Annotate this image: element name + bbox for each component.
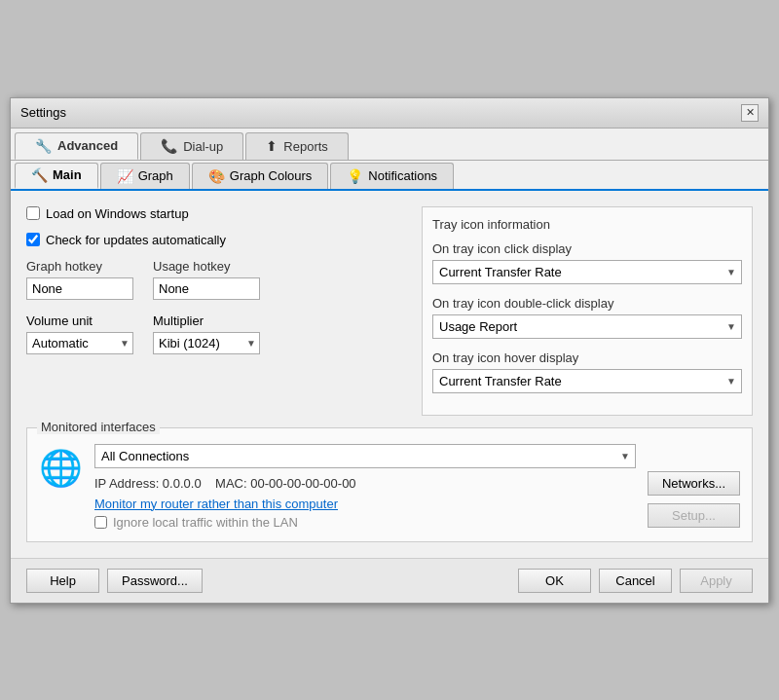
networks-button[interactable]: Networks... (648, 471, 740, 496)
ip-mac-row: IP Address: 0.0.0.0 MAC: 00-00-00-00-00-… (94, 476, 636, 491)
settings-window: Settings ✕ 🔧 Advanced 📞 Dial-up ⬆ Report… (10, 97, 769, 604)
left-column: Load on Windows startup Check for update… (26, 206, 406, 416)
cancel-button[interactable]: Cancel (599, 569, 672, 593)
tray-dblclick-select[interactable]: Current Transfer Rate Usage Report None (432, 314, 742, 339)
ignore-traffic-checkbox[interactable] (94, 516, 107, 529)
tray-click-label: On tray icon click display (432, 241, 742, 256)
tray-click-select[interactable]: Current Transfer Rate Usage Report None (432, 260, 742, 284)
help-button[interactable]: Help (26, 569, 99, 593)
multiplier-label: Multiplier (153, 313, 260, 328)
monitored-buttons: Networks... Setup... (648, 444, 740, 530)
tab-dialup-label: Dial-up (183, 139, 223, 154)
connections-select[interactable]: All Connections LAN Wi-Fi WAN (94, 444, 636, 468)
usage-hotkey-label: Usage hotkey (153, 259, 260, 274)
volume-select-wrapper: Automatic Bytes KB MB GB ▼ (26, 332, 133, 354)
tab-reports-label: Reports (283, 139, 328, 154)
tray-section-title: Tray icon information (432, 217, 742, 232)
tab-reports[interactable]: ⬆ Reports (245, 132, 349, 160)
reports-icon: ⬆ (266, 138, 278, 154)
tray-icon-section: Tray icon information On tray icon click… (422, 206, 753, 416)
tab-advanced-label: Advanced (57, 138, 118, 153)
tray-dblclick-label: On tray icon double-click display (432, 296, 742, 311)
tab-dialup[interactable]: 📞 Dial-up (140, 132, 243, 160)
close-button[interactable]: ✕ (741, 104, 759, 122)
window-title: Settings (20, 105, 66, 120)
subtab-graph-colours-label: Graph Colours (230, 168, 313, 183)
main-sub-icon: 🔨 (31, 167, 48, 183)
tray-hover-select-wrapper: Current Transfer Rate Usage Report None … (432, 369, 742, 393)
password-button[interactable]: Password... (107, 569, 203, 593)
volume-unit-group: Volume unit Automatic Bytes KB MB GB ▼ (26, 313, 133, 354)
startup-label: Load on Windows startup (46, 206, 189, 221)
connections-select-wrapper: All Connections LAN Wi-Fi WAN ▼ (94, 444, 636, 468)
usage-hotkey-input[interactable] (153, 277, 260, 300)
graph-sub-icon: 📈 (117, 168, 133, 184)
startup-row: Load on Windows startup (26, 206, 406, 221)
monitored-legend-label: Monitored interfaces (37, 420, 160, 434)
setup-button[interactable]: Setup... (648, 503, 740, 528)
updates-checkbox[interactable] (26, 233, 40, 246)
apply-button[interactable]: Apply (680, 569, 753, 593)
volume-multiplier-row: Volume unit Automatic Bytes KB MB GB ▼ (26, 313, 406, 354)
advanced-icon: 🔧 (35, 138, 52, 154)
ip-address-text: IP Address: 0.0.0.0 MAC: 00-00-00-00-00-… (94, 476, 356, 491)
usage-hotkey-group: Usage hotkey (153, 259, 260, 300)
tray-dblclick-select-wrapper: Current Transfer Rate Usage Report None … (432, 314, 742, 339)
bottom-bar: Help Password... OK Cancel Apply (11, 558, 768, 603)
graph-hotkey-label: Graph hotkey (26, 259, 133, 274)
content-area: Load on Windows startup Check for update… (11, 191, 768, 558)
router-link-row: Monitor my router rather than this compu… (94, 497, 636, 511)
multiplier-group: Multiplier Kibi (1024) Kilo (1000) ▼ (153, 313, 260, 354)
tray-click-select-wrapper: Current Transfer Rate Usage Report None … (432, 260, 742, 284)
tray-hover-select[interactable]: Current Transfer Rate Usage Report None (432, 369, 742, 393)
subtab-main-label: Main (53, 167, 82, 182)
updates-label: Check for updates automatically (46, 233, 226, 247)
sub-tabs: 🔨 Main 📈 Graph 🎨 Graph Colours 💡 Notific… (11, 161, 768, 191)
main-tabs: 🔧 Advanced 📞 Dial-up ⬆ Reports (11, 129, 768, 161)
tray-dblclick-row: On tray icon double-click display Curren… (432, 296, 742, 339)
ignore-traffic-row: Ignore local traffic within the LAN (94, 515, 636, 530)
tray-hover-row: On tray icon hover display Current Trans… (432, 350, 742, 393)
network-globe-icon: 🌐 (39, 444, 83, 530)
main-content: Load on Windows startup Check for update… (26, 206, 753, 416)
monitored-section: Monitored interfaces 🌐 All Connections L… (26, 427, 753, 542)
subtab-notifications-label: Notifications (368, 168, 437, 183)
hotkeys-row: Graph hotkey Usage hotkey (26, 259, 406, 300)
tab-advanced[interactable]: 🔧 Advanced (15, 132, 138, 160)
ignore-traffic-label: Ignore local traffic within the LAN (113, 515, 298, 530)
tray-hover-label: On tray icon hover display (432, 350, 742, 365)
multiplier-select[interactable]: Kibi (1024) Kilo (1000) (153, 332, 260, 354)
title-bar: Settings ✕ (11, 98, 768, 129)
startup-checkbox[interactable] (26, 206, 40, 220)
subtab-notifications[interactable]: 💡 Notifications (330, 163, 454, 189)
subtab-graph-label: Graph (138, 168, 173, 183)
notif-sub-icon: 💡 (347, 168, 363, 184)
monitored-details: All Connections LAN Wi-Fi WAN ▼ IP Addre… (94, 444, 636, 530)
router-link[interactable]: Monitor my router rather than this compu… (94, 497, 338, 511)
updates-row: Check for updates automatically (26, 233, 406, 247)
dialup-icon: 📞 (161, 138, 177, 154)
subtab-graph[interactable]: 📈 Graph (100, 163, 190, 189)
tray-click-row: On tray icon click display Current Trans… (432, 241, 742, 284)
volume-unit-label: Volume unit (26, 313, 133, 328)
volume-unit-select[interactable]: Automatic Bytes KB MB GB (26, 332, 133, 354)
graph-hotkey-group: Graph hotkey (26, 259, 133, 300)
subtab-main[interactable]: 🔨 Main (15, 163, 98, 189)
multiplier-select-wrapper: Kibi (1024) Kilo (1000) ▼ (153, 332, 260, 354)
graph-hotkey-input[interactable] (26, 277, 133, 300)
colours-sub-icon: 🎨 (208, 168, 225, 184)
subtab-graph-colours[interactable]: 🎨 Graph Colours (192, 163, 329, 189)
monitored-inner: 🌐 All Connections LAN Wi-Fi WAN ▼ IP (39, 444, 740, 530)
ok-button[interactable]: OK (518, 569, 591, 593)
